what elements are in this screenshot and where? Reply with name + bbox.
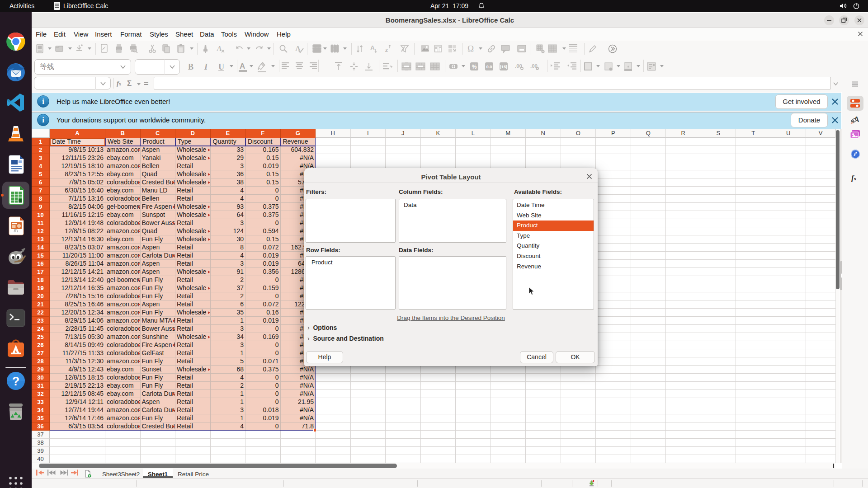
svg-text:z: z — [385, 47, 388, 53]
svg-text:%: % — [472, 64, 477, 70]
svg-text:A: A — [296, 45, 301, 52]
svg-text:?: ? — [12, 375, 20, 388]
svg-text:A: A — [217, 45, 222, 52]
svg-text:A: A — [370, 44, 375, 51]
svg-text:0.0: 0.0 — [486, 64, 492, 69]
svg-text:|15|: |15| — [500, 64, 507, 69]
svg-text:Ω: Ω — [467, 44, 474, 53]
